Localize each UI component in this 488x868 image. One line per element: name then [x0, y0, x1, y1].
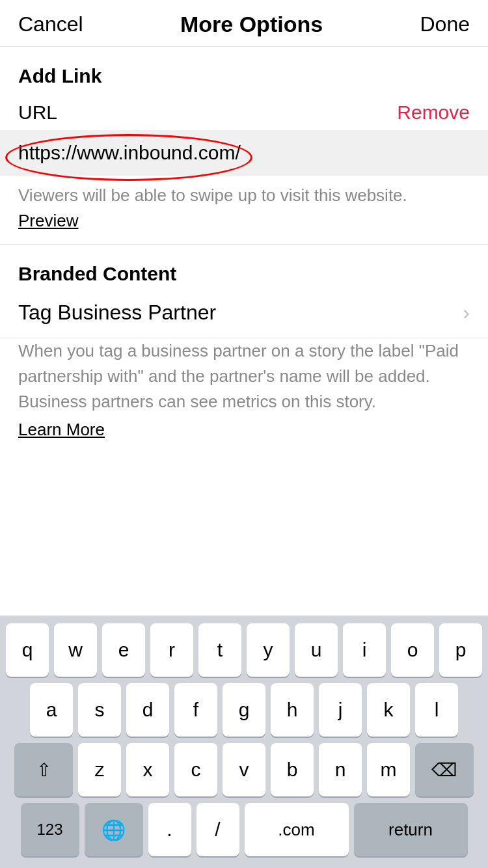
period-key[interactable]: .: [148, 803, 191, 856]
key-o[interactable]: o: [391, 623, 434, 677]
keyboard-row-1: q w e r t y u i o p: [4, 623, 484, 677]
key-f[interactable]: f: [174, 683, 217, 737]
done-button[interactable]: Done: [420, 12, 470, 36]
shift-key[interactable]: ⇧: [14, 743, 73, 796]
branded-description: When you tag a business partner on a sto…: [0, 338, 488, 420]
delete-icon: ⌫: [431, 759, 457, 781]
key-j[interactable]: j: [319, 683, 362, 737]
key-n[interactable]: n: [319, 743, 362, 796]
key-c[interactable]: c: [174, 743, 217, 796]
key-k[interactable]: k: [367, 683, 410, 737]
key-v[interactable]: v: [223, 743, 265, 796]
key-s[interactable]: s: [78, 683, 121, 737]
key-r[interactable]: r: [150, 623, 193, 677]
delete-key[interactable]: ⌫: [415, 743, 474, 796]
key-p[interactable]: p: [439, 623, 482, 677]
header: Cancel More Options Done: [0, 0, 488, 47]
key-b[interactable]: b: [271, 743, 314, 796]
key-a[interactable]: a: [30, 683, 73, 737]
key-x[interactable]: x: [126, 743, 169, 796]
preview-link[interactable]: Preview: [0, 210, 488, 244]
url-input-wrapper[interactable]: https://www.inbound.com/: [0, 130, 488, 176]
key-l[interactable]: l: [415, 683, 458, 737]
keyboard: q w e r t y u i o p a s d f g h j k l ⇧ …: [0, 616, 488, 868]
numeric-key[interactable]: 123: [21, 803, 79, 856]
key-i[interactable]: i: [343, 623, 386, 677]
key-u[interactable]: u: [295, 623, 338, 677]
learn-more-link[interactable]: Learn More: [0, 420, 488, 459]
tag-business-partner-label: Tag Business Partner: [18, 301, 216, 325]
key-t[interactable]: t: [198, 623, 241, 677]
cancel-button[interactable]: Cancel: [18, 12, 83, 36]
url-hint: Viewers will be able to swipe up to visi…: [0, 176, 488, 210]
url-row: URL Remove: [0, 102, 488, 124]
key-g[interactable]: g: [223, 683, 265, 737]
key-w[interactable]: w: [54, 623, 97, 677]
globe-key[interactable]: 🌐: [85, 803, 143, 856]
branded-content-title: Branded Content: [18, 263, 470, 285]
slash-key[interactable]: /: [197, 803, 239, 856]
key-e[interactable]: e: [102, 623, 145, 677]
keyboard-row-2: a s d f g h j k l: [4, 683, 484, 737]
url-input[interactable]: https://www.inbound.com/: [18, 142, 241, 163]
chevron-right-icon: ›: [463, 301, 470, 325]
key-d[interactable]: d: [126, 683, 169, 737]
keyboard-row-4: 123 🌐 . / .com return: [4, 803, 484, 856]
url-label: URL: [18, 102, 57, 124]
key-z[interactable]: z: [78, 743, 121, 796]
remove-button[interactable]: Remove: [397, 102, 470, 124]
key-m[interactable]: m: [367, 743, 410, 796]
keyboard-row-3: ⇧ z x c v b n m ⌫: [4, 743, 484, 796]
return-key[interactable]: return: [354, 803, 468, 856]
branded-content-section: Branded Content: [0, 245, 488, 285]
key-h[interactable]: h: [271, 683, 314, 737]
key-q[interactable]: q: [6, 623, 49, 677]
shift-icon: ⇧: [36, 759, 51, 781]
key-y[interactable]: y: [247, 623, 290, 677]
add-link-title: Add Link: [18, 65, 470, 87]
add-link-section: Add Link: [0, 47, 488, 87]
dotcom-key[interactable]: .com: [245, 803, 349, 856]
globe-icon: 🌐: [102, 819, 126, 841]
page-title: More Options: [180, 12, 323, 37]
tag-business-partner-row[interactable]: Tag Business Partner ›: [0, 301, 488, 338]
